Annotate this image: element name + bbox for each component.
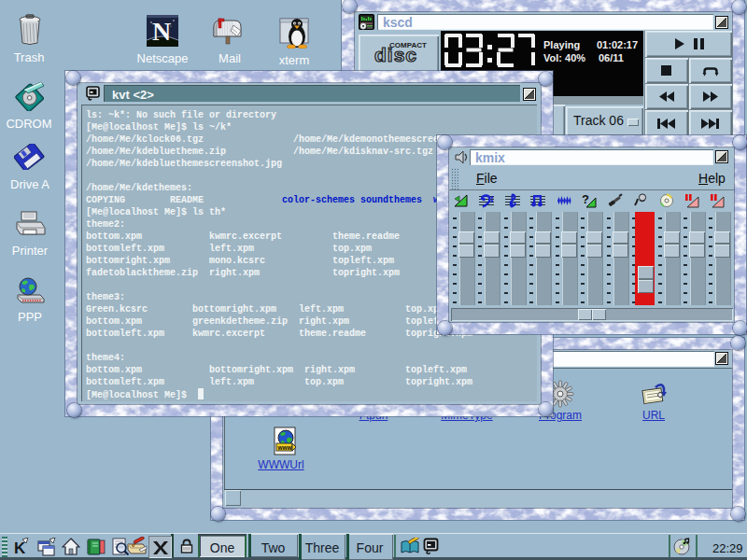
svg-text:www: www <box>277 444 293 451</box>
svg-text:N: N <box>152 17 171 46</box>
svg-text:K: K <box>14 539 26 556</box>
svg-text:?: ? <box>582 193 589 206</box>
